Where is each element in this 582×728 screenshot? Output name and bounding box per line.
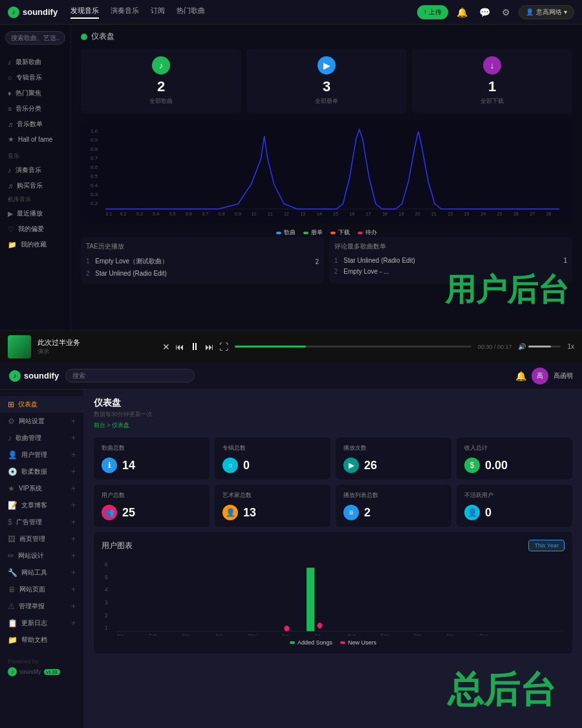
player-progress-bar[interactable] <box>235 346 471 347</box>
sidebar-item-hall-of-fame[interactable]: ★ Hall of fame <box>0 132 70 147</box>
close-button[interactable]: ✕ <box>162 342 170 352</box>
user-avatar-small: 👤 <box>526 8 534 16</box>
sidebar-item-latest-songs[interactable]: ♪ 最新歌曲 <box>0 54 70 70</box>
admin-sidebar-item-songs[interactable]: ♪ 歌曲管理 + <box>0 430 83 447</box>
admin-sidebar-item-dashboard[interactable]: ⊞ 仪表盘 <box>0 396 83 413</box>
admin-sidebar-item-pages[interactable]: 🖼 画页管理 + <box>0 531 83 547</box>
admin-sidebar-item-design[interactable]: ✏ 网站设计 + <box>0 547 83 564</box>
sidebar-item-live-music[interactable]: ♪ 演奏音乐 <box>0 162 70 178</box>
admin-sidebar-item-site-pages[interactable]: 🖥 网站页面 + <box>0 581 83 598</box>
expand-icon: + <box>71 501 76 510</box>
admin-sidebar-item-data[interactable]: 💿 歌柔数据 + <box>0 463 83 480</box>
stat-artists-icon: 👤 <box>222 505 238 520</box>
volume-fill <box>528 346 551 347</box>
nav-tab-perform[interactable]: 演奏音乐 <box>111 6 139 19</box>
legend-albums: 册单 <box>303 228 323 237</box>
legend-downloads: 下载 <box>330 228 350 237</box>
admin-sidebar-item-ads[interactable]: $ 广告管理 + <box>0 514 83 531</box>
admin-sidebar-item-blog[interactable]: 📝 文章博客 + <box>0 497 83 514</box>
svg-text:Jul: Jul <box>314 633 320 635</box>
stats-row: ♪ 2 全部歌曲 ▶ 3 全部册单 ↓ 1 全部下载 <box>81 49 572 113</box>
nav-tab-subscribe[interactable]: 订阅 <box>151 6 165 19</box>
admin-sidebar-item-changelog[interactable]: 📋 更新日志 + <box>0 615 83 632</box>
music-note-icon: ♪ <box>8 58 12 66</box>
stat-albums-label: 专辑总数 <box>222 444 323 452</box>
admin-main: 仪表盘 数据每30分钟更新一次 前台 > 仪表盘 歌曲总数 ℹ 14 专辑总数 <box>84 390 582 728</box>
stat-card-downloads: ↓ 1 全部下载 <box>412 49 572 113</box>
stat-users-icon: 👥 <box>102 505 117 520</box>
volume-bar[interactable] <box>528 346 561 347</box>
svg-text:27: 27 <box>530 212 535 216</box>
svg-text:Feb: Feb <box>149 633 157 635</box>
admin-sidebar-item-help[interactable]: 📁 帮助文档 <box>0 632 83 648</box>
sidebar-item-favorites[interactable]: ♡ 我的偏爱 <box>0 221 70 237</box>
this-year-button[interactable]: This Year <box>528 540 565 551</box>
nav-tab-hot[interactable]: 热门歌曲 <box>177 6 205 19</box>
sidebar-item-collection[interactable]: 📁 我的收藏 <box>0 237 70 252</box>
expand-icon: + <box>71 535 76 544</box>
list-item: 1 Star Unlined (Radio Edit) 1 <box>334 255 567 266</box>
admin-sidebar-item-vip[interactable]: ★ VIP系统 + <box>0 480 83 497</box>
upload-button[interactable]: ↑ 上传 <box>417 5 448 19</box>
songs-count: 2 <box>89 78 233 95</box>
search-input[interactable] <box>5 31 65 45</box>
logo-text: soundify <box>23 7 58 17</box>
stat-inactive-icon: 👤 <box>464 505 480 520</box>
sidebar-item-recent[interactable]: ▶ 最近播放 <box>0 206 70 221</box>
albums-label: 全部册单 <box>254 97 399 105</box>
sidebar-item-categories[interactable]: ≡ 音乐分类 <box>0 101 70 116</box>
bell-icon[interactable]: 🔔 <box>453 6 471 19</box>
svg-text:4: 4 <box>105 586 108 593</box>
expand-icon: + <box>71 568 76 577</box>
prev-button[interactable]: ⏮ <box>175 342 184 352</box>
svg-text:0.1: 0.1 <box>105 212 112 216</box>
svg-text:0.3: 0.3 <box>91 192 98 197</box>
player-info: 此次过半业务 演示 <box>38 338 156 356</box>
svg-text:16: 16 <box>349 212 354 216</box>
admin-stat-playlists: 播放列表总数 ≡ 2 <box>336 485 451 527</box>
next-button[interactable]: ⏭ <box>205 342 214 352</box>
user-menu-button[interactable]: 👤 意高网络 ▾ <box>519 5 574 19</box>
play-pause-button[interactable]: ⏸ <box>189 341 200 353</box>
pages-icon: 🖼 <box>8 535 16 544</box>
folder-icon: 📁 <box>8 241 17 249</box>
category-icon: ≡ <box>8 105 12 113</box>
admin-stat-plays: 播放次数 ▶ 26 <box>336 437 451 480</box>
star-icon: ★ <box>8 135 14 144</box>
svg-text:21: 21 <box>431 212 436 216</box>
expand-icon: + <box>71 518 76 527</box>
admin-page-title: 仪表盘 <box>94 397 572 409</box>
settings-icon[interactable]: ⚙ <box>499 6 513 19</box>
legend-pending-dot <box>358 232 363 234</box>
player-controls: ✕ ⏮ ⏸ ⏭ ⛶ <box>162 341 228 353</box>
svg-text:3: 3 <box>105 599 108 606</box>
svg-text:May: May <box>248 633 257 635</box>
sidebar-item-albums[interactable]: ○ 专辑音乐 <box>0 70 70 85</box>
expand-icon: + <box>71 619 76 628</box>
stat-plays-label: 播放次数 <box>343 444 444 452</box>
breadcrumb-home[interactable]: 前台 <box>94 422 105 428</box>
list-item-left: 2 Star Unlined (Radio Edit) <box>86 270 167 277</box>
sidebar-item-hot[interactable]: ♦ 热门聚焦 <box>0 85 70 101</box>
sidebar-item-charts[interactable]: ♬ 音乐数单 <box>0 116 70 132</box>
admin-bell-icon[interactable]: 🔔 <box>515 371 526 381</box>
admin-sidebar-item-reports[interactable]: ⚠ 管理举报 + <box>0 598 83 615</box>
admin-logo: ♪ soundify <box>9 370 59 382</box>
screen-button[interactable]: ⛶ <box>219 342 228 352</box>
most-comments-title: 评论最多歌曲数单 <box>334 242 567 251</box>
admin-sidebar-item-users[interactable]: 👤 用户管理 + <box>0 447 83 463</box>
stat-playlists-icon: ≡ <box>343 505 359 520</box>
hot-icon: ♦ <box>8 89 12 97</box>
sidebar-item-buy-music[interactable]: ♬ 购买音乐 <box>0 178 70 193</box>
message-icon[interactable]: 💬 <box>476 6 493 19</box>
admin-search-input[interactable] <box>65 369 195 382</box>
legend-albums-dot <box>303 232 308 234</box>
nav-tab-discover[interactable]: 发现音乐 <box>70 6 99 19</box>
svg-text:0.4: 0.4 <box>153 212 159 216</box>
svg-text:Sep: Sep <box>381 633 389 635</box>
admin-sidebar-item-site-settings[interactable]: ⚙ 网站设置 + <box>0 413 83 430</box>
svg-text:Dec: Dec <box>480 633 488 635</box>
version-badge: v1.33 <box>44 669 60 675</box>
admin-sidebar-item-tools[interactable]: 🔧 网站工具 + <box>0 564 83 581</box>
svg-text:Jan: Jan <box>116 633 124 635</box>
